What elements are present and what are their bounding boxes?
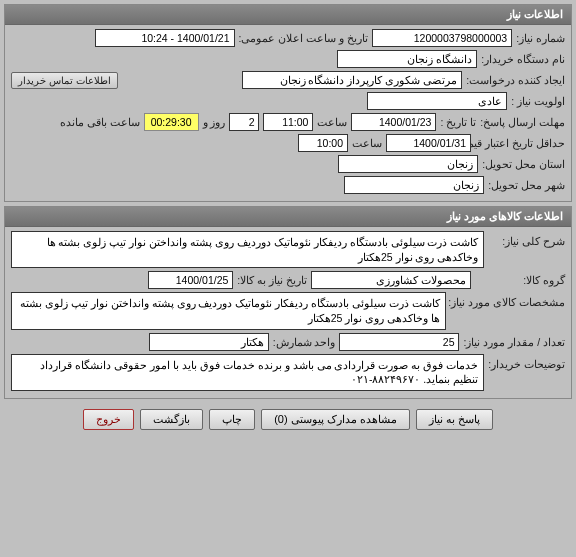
min-valid-label: حداقل تاریخ اعتبار قیمت: [475, 137, 565, 149]
remain-time-box: 00:29:30 [144, 113, 199, 131]
until-label: تا تاریخ : [440, 116, 476, 128]
delivery-label: تاریخ نیاز به کالا: [237, 274, 307, 286]
pub-datetime-field: 1400/01/21 - 10:24 [95, 29, 235, 47]
need-info-panel: اطلاعات نیاز شماره نیاز: 120000379800000… [4, 4, 572, 202]
unit-label: واحد شمارش: [273, 336, 336, 348]
min-valid-date-field: 1400/01/31 [386, 134, 471, 152]
notes-field: خدمات فوق به صورت قراردادی می باشد و برن… [11, 354, 484, 391]
print-button[interactable]: چاپ [209, 409, 255, 430]
delivery-field: 1400/01/25 [148, 271, 233, 289]
remain-label: ساعت باقی مانده [60, 116, 140, 128]
desc-label: شرح کلی نیاز: [488, 231, 565, 247]
days-field: 2 [229, 113, 259, 131]
buyer-org-label: نام دستگاه خریدار: [481, 53, 565, 65]
until-date-field: 1400/01/23 [351, 113, 436, 131]
creator-label: ایجاد کننده درخواست: [466, 74, 565, 86]
spec-field: کاشت ذرت سیلوئی بادستگاه ردیفکار نئوماتی… [11, 292, 446, 329]
qty-label: تعداد / مقدار مورد نیاز: [463, 336, 565, 348]
min-valid-time-field: 10:00 [298, 134, 348, 152]
goods-info-header: اطلاعات کالاهای مورد نیاز [5, 207, 571, 227]
goods-info-panel: اطلاعات کالاهای مورد نیاز شرح کلی نیاز: … [4, 206, 572, 399]
group-field: محصولات کشاورزی [311, 271, 471, 289]
pub-datetime-label: تاریخ و ساعت اعلان عمومی: [239, 32, 369, 44]
need-info-body: شماره نیاز: 1200003798000003 تاریخ و ساع… [5, 25, 571, 201]
qty-field: 25 [339, 333, 459, 351]
spec-label: مشخصات کالای مورد نیاز: [450, 292, 565, 308]
province-field: زنجان [338, 155, 478, 173]
city-field: زنجان [344, 176, 484, 194]
need-info-header: اطلاعات نیاز [5, 5, 571, 25]
respond-button[interactable]: پاسخ به نیاز [416, 409, 493, 430]
goods-info-body: شرح کلی نیاز: کاشت ذرت سیلوئی بادستگاه ر… [5, 227, 571, 398]
priority-field: عادی [367, 92, 507, 110]
footer-bar: پاسخ به نیاز مشاهده مدارک پیوستی (0) چاپ… [0, 403, 576, 436]
province-label: استان محل تحویل: [482, 158, 565, 170]
need-no-label: شماره نیاز: [516, 32, 565, 44]
desc-field: کاشت ذرت سیلوئی بادستگاه ردیفکار نئوماتی… [11, 231, 484, 268]
buyer-contact-button[interactable]: اطلاعات تماس خریدار [11, 72, 118, 89]
attachments-button[interactable]: مشاهده مدارک پیوستی (0) [261, 409, 410, 430]
buyer-org-field: دانشگاه زنجان [337, 50, 477, 68]
exit-button[interactable]: خروج [83, 409, 134, 430]
group-label: گروه کالا: [475, 274, 565, 286]
creator-field: مرتضی شکوری کارپرداز دانشگاه زنجان [242, 71, 462, 89]
need-no-field: 1200003798000003 [372, 29, 512, 47]
days-label: روز و [203, 116, 226, 128]
unit-field: هکتار [149, 333, 269, 351]
until-time-field: 11:00 [263, 113, 313, 131]
city-label: شهر محل تحویل: [488, 179, 565, 191]
min-valid-time-label: ساعت [352, 137, 382, 149]
priority-label: اولویت نیاز : [511, 95, 565, 107]
until-time-label: ساعت [317, 116, 347, 128]
back-button[interactable]: بازگشت [140, 409, 203, 430]
deadline-label: مهلت ارسال پاسخ: [480, 116, 565, 128]
notes-label: توضیحات خریدار: [488, 354, 565, 370]
